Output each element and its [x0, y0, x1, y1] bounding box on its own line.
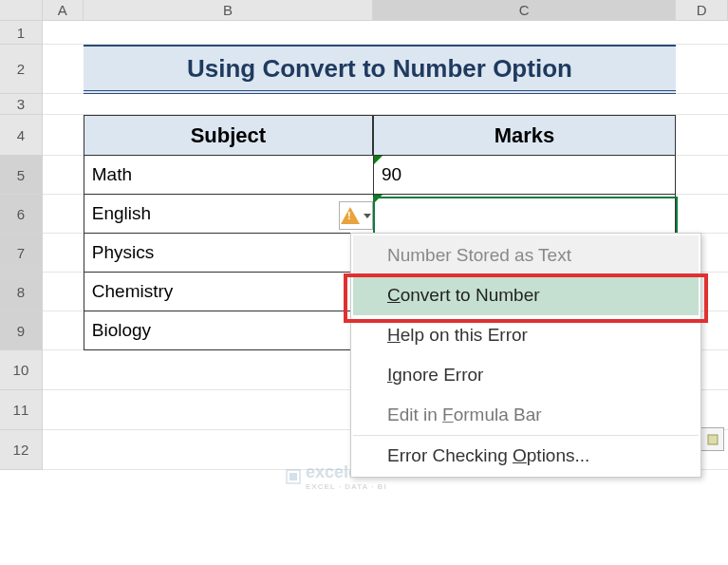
- svg-rect-1: [289, 473, 297, 480]
- cell-subject-0[interactable]: Math: [84, 156, 373, 195]
- cell-A12[interactable]: [43, 430, 84, 470]
- cell-D2[interactable]: [676, 45, 728, 94]
- dropdown-arrow-icon: [364, 214, 371, 218]
- cell-A3[interactable]: [43, 94, 84, 115]
- cell-D5[interactable]: [676, 156, 728, 195]
- menu-label: Ignore Error: [387, 365, 483, 386]
- error-context-menu: Number Stored as Text Convert to Number …: [350, 233, 701, 478]
- cell-A1[interactable]: [43, 21, 84, 45]
- warning-icon: [341, 207, 360, 224]
- menu-label: Help on this Error: [387, 325, 528, 346]
- cell-A5[interactable]: [43, 156, 84, 195]
- menu-error-checking-options[interactable]: Error Checking Options...: [353, 435, 699, 475]
- cell-A4[interactable]: [43, 115, 84, 156]
- row-4: 4 Subject Marks: [0, 115, 728, 156]
- row-header-7[interactable]: 7: [0, 234, 43, 273]
- cell-A9[interactable]: [43, 311, 84, 350]
- menu-label: Edit in Formula Bar: [387, 405, 542, 425]
- menu-help-on-error[interactable]: Help on this Error: [353, 315, 699, 355]
- title-cell[interactable]: Using Convert to Number Option: [84, 45, 676, 94]
- row-header-6[interactable]: 6: [0, 195, 43, 234]
- menu-edit-formula-bar: Edit in Formula Bar: [353, 395, 699, 435]
- cell-D4[interactable]: [676, 115, 728, 156]
- menu-label: Error Checking Options...: [387, 445, 589, 466]
- row-3: 3: [0, 94, 728, 115]
- svg-rect-2: [708, 435, 718, 444]
- paste-options-icon[interactable]: [700, 427, 724, 451]
- cell-B1[interactable]: [84, 21, 373, 45]
- col-header-D[interactable]: D: [676, 0, 728, 20]
- header-subject[interactable]: Subject: [84, 115, 373, 156]
- cell-marks-0[interactable]: 90: [373, 156, 676, 195]
- cell-C3[interactable]: [373, 94, 676, 115]
- row-header-5[interactable]: 5: [0, 156, 43, 195]
- cell-B11[interactable]: [84, 390, 373, 430]
- watermark-icon: [285, 468, 302, 485]
- row-header-3[interactable]: 3: [0, 94, 43, 115]
- column-headers: A B C D: [0, 0, 728, 21]
- cell-D6[interactable]: [676, 195, 728, 234]
- error-smart-tag[interactable]: [339, 201, 373, 230]
- row-2: 2 Using Convert to Number Option: [0, 45, 728, 94]
- row-header-12[interactable]: 12: [0, 430, 43, 470]
- cell-A8[interactable]: [43, 273, 84, 311]
- row-header-8[interactable]: 8: [0, 273, 43, 311]
- cell-D1[interactable]: [676, 21, 728, 45]
- menu-label: Convert to Number: [387, 285, 540, 306]
- cell-A7[interactable]: [43, 234, 84, 273]
- menu-header: Number Stored as Text: [353, 235, 699, 275]
- menu-ignore-error[interactable]: Ignore Error: [353, 355, 699, 395]
- cell-subject-2[interactable]: Physics: [84, 234, 373, 273]
- row-header-10[interactable]: 10: [0, 350, 43, 390]
- cell-A10[interactable]: [43, 350, 84, 390]
- cell-A2[interactable]: [43, 45, 84, 94]
- row-header-11[interactable]: 11: [0, 390, 43, 430]
- cell-B3[interactable]: [84, 94, 373, 115]
- cell-A11[interactable]: [43, 390, 84, 430]
- row-header-2[interactable]: 2: [0, 45, 43, 94]
- select-all-corner[interactable]: [0, 0, 43, 20]
- cell-subject-3[interactable]: Chemistry: [84, 273, 373, 311]
- row-header-4[interactable]: 4: [0, 115, 43, 156]
- col-header-A[interactable]: A: [43, 0, 84, 20]
- cell-A6[interactable]: [43, 195, 84, 234]
- col-header-C[interactable]: C: [373, 0, 676, 20]
- row-1: 1: [0, 21, 728, 45]
- watermark-sub: EXCEL · DATA · BI: [306, 482, 387, 491]
- cell-C1[interactable]: [373, 21, 676, 45]
- cell-B10[interactable]: [84, 350, 373, 390]
- row-header-1[interactable]: 1: [0, 21, 43, 45]
- cell-subject-4[interactable]: Biology: [84, 311, 373, 350]
- col-header-B[interactable]: B: [84, 0, 373, 20]
- row-header-9[interactable]: 9: [0, 311, 43, 350]
- menu-convert-to-number[interactable]: Convert to Number: [353, 275, 699, 315]
- row-5: 5 Math 90: [0, 156, 728, 195]
- header-marks[interactable]: Marks: [373, 115, 676, 156]
- cell-subject-1[interactable]: English: [84, 195, 373, 234]
- cell-marks-1[interactable]: [373, 195, 676, 234]
- cell-D3[interactable]: [676, 94, 728, 115]
